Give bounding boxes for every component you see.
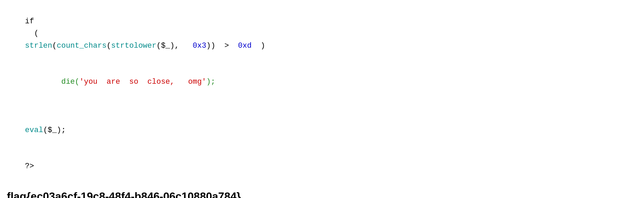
fn-strtolower: strtolower [111,42,157,50]
kw-if: if [25,17,34,26]
code-line-eval: eval($_); [7,112,637,149]
code-line-2: die('you are so close, omg'); [7,64,637,100]
code-line-1: if ( strlen(count_chars(strtolower($_), … [7,3,637,64]
code-display: if ( strlen(count_chars(strtolower($_), … [0,0,644,188]
code-line-close: ?> [7,148,637,185]
fn-strlen: strlen [25,42,52,50]
flag-output: flag{ec03a6cf-19c8-48f4-b846-06c10880a78… [0,188,644,198]
fn-count-chars: count_chars [57,42,106,50]
code-line-blank [7,100,637,112]
